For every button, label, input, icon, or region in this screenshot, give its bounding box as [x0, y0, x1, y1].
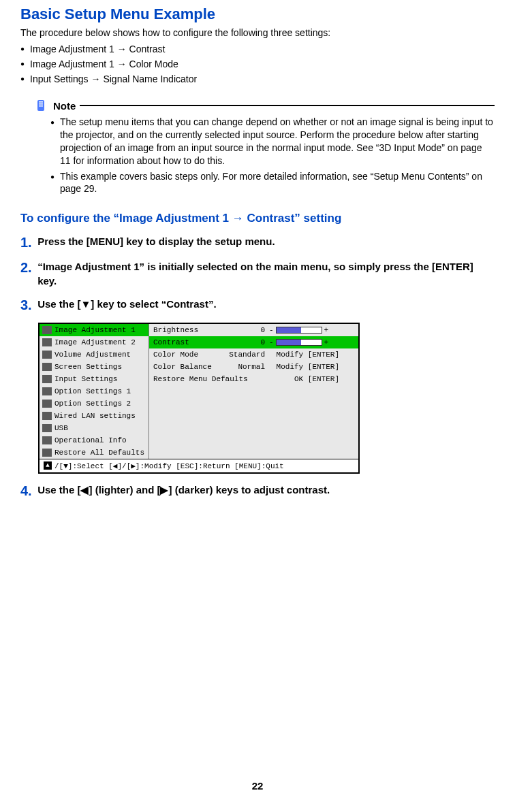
- menu-item-screen[interactable]: Screen Settings: [40, 361, 149, 373]
- note-label: Note: [53, 100, 76, 112]
- step-number: 2.: [20, 260, 32, 276]
- menu-item-label: Image Adjustment 1: [54, 326, 136, 334]
- menu-right-panel: Brightness 0 -+ Contrast 0 -+ Color Mode…: [149, 324, 358, 459]
- setting-action: Modify [ENTER]: [269, 351, 341, 359]
- menu-item-label: Screen Settings: [54, 363, 122, 371]
- note-item: The setup menu items that you can change…: [50, 116, 495, 167]
- menu-item-label: Image Adjustment 2: [54, 338, 136, 346]
- setting-color-mode[interactable]: Color Mode Standard Modify [ENTER]: [149, 348, 358, 361]
- menu-icon: [42, 412, 52, 420]
- setting-label: Color Balance: [153, 363, 228, 371]
- menu-item-usb[interactable]: USB: [40, 422, 149, 434]
- footer-text: /[▼]:Select [◀]/[▶]:Modify [ESC]:Return …: [54, 461, 284, 470]
- menu-footer: ▲ /[▼]:Select [◀]/[▶]:Modify [ESC]:Retur…: [40, 459, 358, 472]
- intro-bullet: Image Adjustment 1 → Color Mode: [20, 59, 495, 69]
- step-2: 2. “Image Adjustment 1” is initially sel…: [20, 260, 495, 288]
- setting-label: Contrast: [153, 338, 228, 346]
- note-rule: [80, 105, 495, 106]
- intro-bullets: Image Adjustment 1 → Contrast Image Adju…: [20, 44, 495, 84]
- menu-item-lan[interactable]: Wired LAN settings: [40, 410, 149, 422]
- setting-brightness[interactable]: Brightness 0 -+: [149, 324, 358, 336]
- menu-icon: [42, 338, 52, 346]
- step-text: Press the [MENU] key to display the setu…: [37, 235, 275, 248]
- step-1: 1. Press the [MENU] key to display the s…: [20, 235, 495, 250]
- setting-restore-defaults[interactable]: Restore Menu Defaults OK [ENTER]: [149, 373, 358, 385]
- menu-icon: [42, 449, 52, 457]
- step-number: 3.: [20, 297, 32, 313]
- intro-text: The procedure below shows how to configu…: [20, 27, 495, 38]
- note-item: This example covers basic steps only. Fo…: [50, 170, 495, 196]
- menu-item-label: Volume Adjustment: [54, 351, 131, 359]
- setting-action: OK [ENTER]: [269, 375, 341, 383]
- menu-item-image-adj-1[interactable]: Image Adjustment 1: [40, 324, 149, 336]
- menu-item-opinfo[interactable]: Operational Info: [40, 434, 149, 446]
- step-text: Use the [▼] key to select “Contrast”.: [37, 297, 216, 311]
- menu-icon: [42, 326, 52, 334]
- step-number: 1.: [20, 235, 32, 250]
- menu-icon: [42, 436, 52, 444]
- step-text: “Image Adjustment 1” is initially select…: [37, 260, 487, 288]
- setting-value: 0: [228, 326, 269, 334]
- menu-left-panel: Image Adjustment 1 Image Adjustment 2 Vo…: [40, 324, 149, 459]
- menu-item-input[interactable]: Input Settings: [40, 373, 149, 385]
- menu-item-label: Operational Info: [54, 436, 127, 444]
- menu-icon: [42, 363, 52, 371]
- menu-icon: [42, 400, 52, 408]
- setting-value: Standard: [228, 351, 269, 359]
- menu-screenshot: Image Adjustment 1 Image Adjustment 2 Vo…: [38, 323, 360, 474]
- up-key-icon: ▲: [44, 461, 52, 470]
- step-number: 4.: [20, 483, 32, 499]
- menu-item-option1[interactable]: Option Settings 1: [40, 385, 149, 397]
- note-box: Note The setup menu items that you can c…: [34, 98, 495, 195]
- menu-icon: [42, 351, 52, 359]
- intro-bullet: Input Settings → Signal Name Indicator: [20, 74, 495, 84]
- section-subhead: To configure the “Image Adjustment 1 → C…: [20, 212, 495, 225]
- slider[interactable]: -+: [269, 338, 354, 346]
- svg-rect-1: [39, 101, 43, 103]
- note-icon: [34, 98, 49, 113]
- setting-label: Brightness: [153, 326, 228, 334]
- menu-item-restore[interactable]: Restore All Defaults: [40, 446, 149, 459]
- menu-icon: [42, 375, 52, 383]
- setting-value: Normal: [228, 363, 269, 371]
- menu-item-label: USB: [54, 424, 68, 432]
- menu-item-volume[interactable]: Volume Adjustment: [40, 348, 149, 361]
- menu-item-label: Option Settings 1: [54, 387, 131, 395]
- menu-item-image-adj-2[interactable]: Image Adjustment 2: [40, 336, 149, 348]
- setting-contrast[interactable]: Contrast 0 -+: [149, 336, 358, 348]
- setting-action: Modify [ENTER]: [269, 363, 341, 371]
- menu-item-label: Option Settings 2: [54, 400, 131, 408]
- intro-bullet: Image Adjustment 1 → Contrast: [20, 44, 495, 54]
- setting-label: Color Mode: [153, 351, 228, 359]
- setting-value: 0: [228, 338, 269, 346]
- page-title: Basic Setup Menu Example: [20, 5, 495, 23]
- menu-item-label: Wired LAN settings: [54, 412, 136, 420]
- menu-item-label: Input Settings: [54, 375, 117, 383]
- svg-rect-3: [39, 105, 43, 107]
- svg-rect-2: [39, 103, 43, 105]
- menu-icon: [42, 424, 52, 432]
- setting-color-balance[interactable]: Color Balance Normal Modify [ENTER]: [149, 361, 358, 373]
- step-3: 3. Use the [▼] key to select “Contrast”.: [20, 297, 495, 313]
- setting-label: Restore Menu Defaults: [153, 375, 269, 383]
- menu-item-label: Restore All Defaults: [54, 449, 144, 457]
- menu-item-option2[interactable]: Option Settings 2: [40, 397, 149, 410]
- page-number: 22: [0, 780, 515, 792]
- step-text: Use the [◀] (lighter) and [▶] (darker) k…: [37, 483, 330, 497]
- slider[interactable]: -+: [269, 326, 354, 334]
- step-4: 4. Use the [◀] (lighter) and [▶] (darker…: [20, 483, 495, 499]
- menu-icon: [42, 387, 52, 395]
